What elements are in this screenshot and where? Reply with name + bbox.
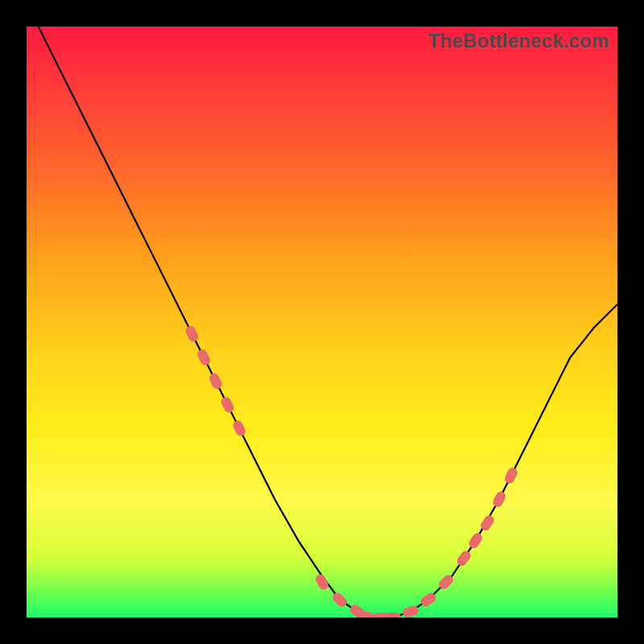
curve-marker [331,591,349,609]
chart-frame: TheBottleneck.com [0,0,644,644]
curve-marker [208,372,224,390]
curve-marker [314,572,330,591]
curve-marker [491,490,507,509]
curve-markers [184,324,519,617]
curve-marker [220,395,236,414]
curve-marker [455,549,473,568]
curve-marker [503,466,519,485]
curve-marker [184,324,200,343]
curve-marker [196,348,212,366]
bottleneck-curve [39,27,617,617]
curve-marker [385,613,401,617]
curve-marker [467,531,484,550]
curve-marker [231,419,247,437]
plot-area: TheBottleneck.com [27,27,617,617]
curve-overlay [27,27,617,617]
